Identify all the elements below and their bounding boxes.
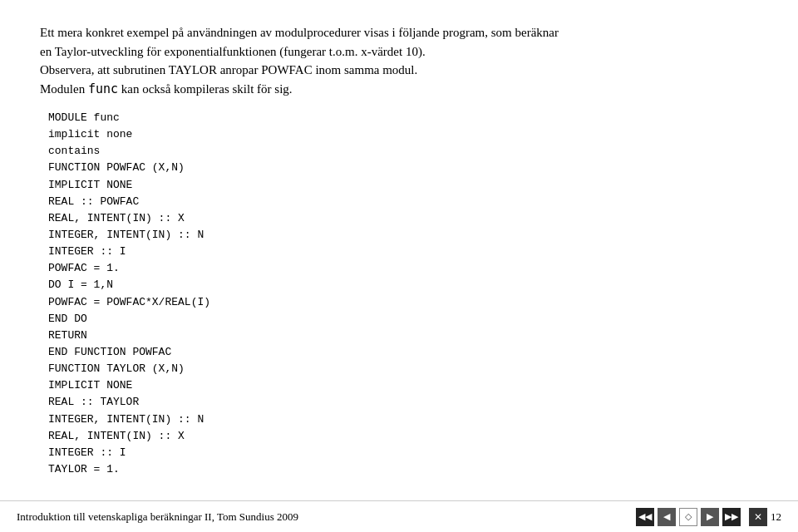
code-line-7: REAL, INTENT(IN) :: X bbox=[48, 210, 758, 227]
nav-diamond-button[interactable]: ◇ bbox=[679, 508, 697, 526]
code-line-19: INTEGER, INTENT(IN) :: N bbox=[48, 411, 758, 428]
code-line-8: INTEGER, INTENT(IN) :: N bbox=[48, 227, 758, 244]
intro-line1: Ett mera konkret exempel på användningen… bbox=[40, 26, 559, 39]
intro-line4-code: func bbox=[88, 81, 118, 96]
code-line-10: POWFAC = 1. bbox=[48, 260, 758, 277]
nav-next-button[interactable]: ▶ bbox=[701, 508, 719, 526]
intro-line2: en Taylor-utveckling för exponentialfunk… bbox=[40, 45, 426, 58]
intro-line4-suffix: kan också kompileras skilt för sig. bbox=[118, 82, 293, 96]
main-content: Ett mera konkret exempel på användningen… bbox=[0, 0, 798, 495]
code-line-21: INTEGER :: I bbox=[48, 445, 758, 461]
page-number: 12 bbox=[771, 510, 781, 524]
code-line-11: DO I = 1,N bbox=[48, 277, 758, 293]
code-line-5: IMPLICIT NONE bbox=[48, 177, 758, 194]
code-line-1: MODULE func bbox=[48, 110, 758, 126]
code-block: MODULE func implicit none contains FUNCT… bbox=[40, 110, 758, 478]
code-line-20: REAL, INTENT(IN) :: X bbox=[48, 428, 758, 445]
close-button[interactable]: ✕ bbox=[749, 508, 767, 526]
nav-prev-button[interactable]: ◀ bbox=[658, 508, 676, 526]
code-line-4: FUNCTION POWFAC (X,N) bbox=[48, 160, 758, 176]
code-line-3: contains bbox=[48, 143, 758, 160]
code-line-12: POWFAC = POWFAC*X/REAL(I) bbox=[48, 294, 758, 311]
code-line-6: REAL :: POWFAC bbox=[48, 194, 758, 210]
nav-last-button[interactable]: ▶▶ bbox=[722, 508, 741, 526]
code-line-17: IMPLICIT NONE bbox=[48, 377, 758, 394]
nav-controls: ◀◀ ◀ ◇ ▶ ▶▶ ✕ 12 bbox=[636, 508, 781, 526]
intro-paragraph: Ett mera konkret exempel på användningen… bbox=[40, 23, 758, 98]
bottom-bar: Introduktion till vetenskapliga beräknin… bbox=[0, 500, 798, 532]
footer-text: Introduktion till vetenskapliga beräknin… bbox=[17, 510, 298, 524]
code-line-14: RETURN bbox=[48, 328, 758, 344]
code-line-16: FUNCTION TAYLOR (X,N) bbox=[48, 361, 758, 377]
code-line-9: INTEGER :: I bbox=[48, 244, 758, 260]
code-line-2: implicit none bbox=[48, 126, 758, 143]
intro-line3: Observera, att subrutinen TAYLOR anropar… bbox=[40, 63, 417, 76]
code-line-13: END DO bbox=[48, 311, 758, 328]
nav-first-button[interactable]: ◀◀ bbox=[636, 508, 654, 526]
code-line-18: REAL :: TAYLOR bbox=[48, 394, 758, 411]
intro-line4-prefix: Modulen bbox=[40, 82, 88, 96]
code-line-15: END FUNCTION POWFAC bbox=[48, 344, 758, 361]
code-line-22: TAYLOR = 1. bbox=[48, 461, 758, 478]
